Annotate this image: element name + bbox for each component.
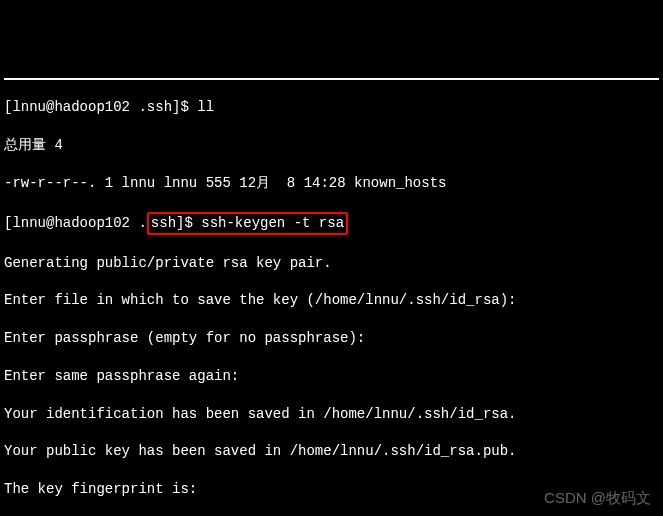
output-total: 总用量 4: [4, 136, 659, 155]
terminal-line: [lnnu@hadoop102 .ssh]$ ssh-keygen -t rsa: [4, 212, 659, 235]
command-input[interactable]: ll: [197, 99, 214, 115]
output-line: Your public key has been saved in /home/…: [4, 442, 659, 461]
highlighted-command[interactable]: ssh]$ ssh-keygen -t rsa: [147, 212, 348, 235]
terminal-line: [lnnu@hadoop102 .ssh]$ ll: [4, 98, 659, 117]
output-line: Generating public/private rsa key pair.: [4, 254, 659, 273]
prompt-pre: [lnnu@hadoop102 .: [4, 215, 147, 231]
watermark-text: CSDN @牧码文: [544, 488, 651, 508]
output-line: Your identification has been saved in /h…: [4, 405, 659, 424]
output-line: Enter passphrase (empty for no passphras…: [4, 329, 659, 348]
output-line: Enter same passphrase again:: [4, 367, 659, 386]
file-listing: -rw-r--r--. 1 lnnu lnnu 555 12月 8 14:28 …: [4, 174, 659, 193]
prompt: [lnnu@hadoop102 .ssh]$: [4, 99, 197, 115]
output-line: Enter file in which to save the key (/ho…: [4, 291, 659, 310]
